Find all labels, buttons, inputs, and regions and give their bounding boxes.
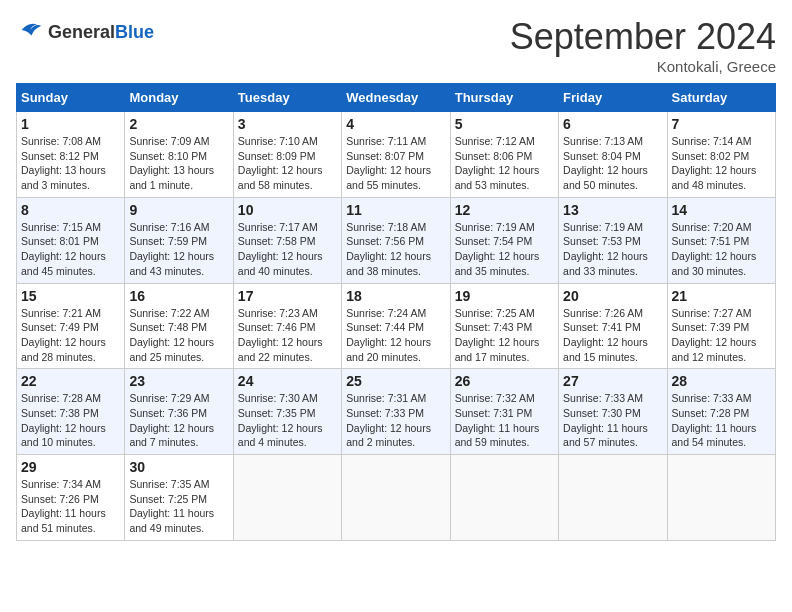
header-saturday: Saturday [667,84,775,112]
sunrise-text: Sunrise: 7:20 AM [672,220,771,235]
day-number: 16 [129,288,228,304]
calendar-cell: 30 Sunrise: 7:35 AM Sunset: 7:25 PM Dayl… [125,455,233,541]
day-number: 22 [21,373,120,389]
day-info: Sunrise: 7:13 AM Sunset: 8:04 PM Dayligh… [563,134,662,193]
sunrise-text: Sunrise: 7:23 AM [238,306,337,321]
daylight-text: Daylight: 12 hours and 38 minutes. [346,249,445,278]
sunset-text: Sunset: 8:01 PM [21,234,120,249]
day-info: Sunrise: 7:10 AM Sunset: 8:09 PM Dayligh… [238,134,337,193]
daylight-text: Daylight: 12 hours and 15 minutes. [563,335,662,364]
day-info: Sunrise: 7:28 AM Sunset: 7:38 PM Dayligh… [21,391,120,450]
day-number: 6 [563,116,662,132]
calendar-cell: 2 Sunrise: 7:09 AM Sunset: 8:10 PM Dayli… [125,112,233,198]
day-info: Sunrise: 7:27 AM Sunset: 7:39 PM Dayligh… [672,306,771,365]
sunrise-text: Sunrise: 7:19 AM [563,220,662,235]
day-info: Sunrise: 7:35 AM Sunset: 7:25 PM Dayligh… [129,477,228,536]
header-tuesday: Tuesday [233,84,341,112]
sunset-text: Sunset: 7:56 PM [346,234,445,249]
day-info: Sunrise: 7:12 AM Sunset: 8:06 PM Dayligh… [455,134,554,193]
sunset-text: Sunset: 8:10 PM [129,149,228,164]
day-info: Sunrise: 7:21 AM Sunset: 7:49 PM Dayligh… [21,306,120,365]
daylight-text: Daylight: 12 hours and 45 minutes. [21,249,120,278]
sunset-text: Sunset: 7:46 PM [238,320,337,335]
calendar-cell: 11 Sunrise: 7:18 AM Sunset: 7:56 PM Dayl… [342,197,450,283]
day-info: Sunrise: 7:32 AM Sunset: 7:31 PM Dayligh… [455,391,554,450]
daylight-text: Daylight: 12 hours and 58 minutes. [238,163,337,192]
day-info: Sunrise: 7:16 AM Sunset: 7:59 PM Dayligh… [129,220,228,279]
day-info: Sunrise: 7:29 AM Sunset: 7:36 PM Dayligh… [129,391,228,450]
day-number: 11 [346,202,445,218]
sunrise-text: Sunrise: 7:19 AM [455,220,554,235]
day-number: 5 [455,116,554,132]
day-number: 14 [672,202,771,218]
day-info: Sunrise: 7:26 AM Sunset: 7:41 PM Dayligh… [563,306,662,365]
day-info: Sunrise: 7:14 AM Sunset: 8:02 PM Dayligh… [672,134,771,193]
calendar-cell: 3 Sunrise: 7:10 AM Sunset: 8:09 PM Dayli… [233,112,341,198]
sunrise-text: Sunrise: 7:10 AM [238,134,337,149]
sunrise-text: Sunrise: 7:28 AM [21,391,120,406]
week-row-1: 1 Sunrise: 7:08 AM Sunset: 8:12 PM Dayli… [17,112,776,198]
day-info: Sunrise: 7:18 AM Sunset: 7:56 PM Dayligh… [346,220,445,279]
sunset-text: Sunset: 8:09 PM [238,149,337,164]
day-info: Sunrise: 7:22 AM Sunset: 7:48 PM Dayligh… [129,306,228,365]
sunrise-text: Sunrise: 7:30 AM [238,391,337,406]
sunrise-text: Sunrise: 7:11 AM [346,134,445,149]
day-info: Sunrise: 7:19 AM Sunset: 7:54 PM Dayligh… [455,220,554,279]
calendar-cell: 14 Sunrise: 7:20 AM Sunset: 7:51 PM Dayl… [667,197,775,283]
title-block: September 2024 Kontokali, Greece [510,16,776,75]
calendar-cell: 15 Sunrise: 7:21 AM Sunset: 7:49 PM Dayl… [17,283,125,369]
day-number: 4 [346,116,445,132]
daylight-text: Daylight: 12 hours and 10 minutes. [21,421,120,450]
sunset-text: Sunset: 7:39 PM [672,320,771,335]
sunset-text: Sunset: 7:30 PM [563,406,662,421]
daylight-text: Daylight: 12 hours and 53 minutes. [455,163,554,192]
daylight-text: Daylight: 12 hours and 35 minutes. [455,249,554,278]
calendar-cell: 12 Sunrise: 7:19 AM Sunset: 7:54 PM Dayl… [450,197,558,283]
daylight-text: Daylight: 12 hours and 22 minutes. [238,335,337,364]
sunrise-text: Sunrise: 7:09 AM [129,134,228,149]
sunset-text: Sunset: 7:35 PM [238,406,337,421]
day-number: 27 [563,373,662,389]
daylight-text: Daylight: 12 hours and 50 minutes. [563,163,662,192]
header-friday: Friday [559,84,667,112]
day-number: 8 [21,202,120,218]
sunset-text: Sunset: 7:41 PM [563,320,662,335]
week-row-4: 22 Sunrise: 7:28 AM Sunset: 7:38 PM Dayl… [17,369,776,455]
sunset-text: Sunset: 7:58 PM [238,234,337,249]
daylight-text: Daylight: 12 hours and 17 minutes. [455,335,554,364]
calendar-cell: 16 Sunrise: 7:22 AM Sunset: 7:48 PM Dayl… [125,283,233,369]
sunrise-text: Sunrise: 7:29 AM [129,391,228,406]
sunset-text: Sunset: 8:12 PM [21,149,120,164]
daylight-text: Daylight: 11 hours and 59 minutes. [455,421,554,450]
sunset-text: Sunset: 7:48 PM [129,320,228,335]
daylight-text: Daylight: 12 hours and 30 minutes. [672,249,771,278]
sunrise-text: Sunrise: 7:17 AM [238,220,337,235]
day-number: 26 [455,373,554,389]
week-row-2: 8 Sunrise: 7:15 AM Sunset: 8:01 PM Dayli… [17,197,776,283]
sunrise-text: Sunrise: 7:25 AM [455,306,554,321]
day-number: 19 [455,288,554,304]
sunrise-text: Sunrise: 7:27 AM [672,306,771,321]
logo: GeneralBlue [16,16,154,48]
sunrise-text: Sunrise: 7:08 AM [21,134,120,149]
calendar-cell: 28 Sunrise: 7:33 AM Sunset: 7:28 PM Dayl… [667,369,775,455]
sunset-text: Sunset: 7:26 PM [21,492,120,507]
sunrise-text: Sunrise: 7:33 AM [672,391,771,406]
calendar-cell: 9 Sunrise: 7:16 AM Sunset: 7:59 PM Dayli… [125,197,233,283]
daylight-text: Daylight: 12 hours and 7 minutes. [129,421,228,450]
header-monday: Monday [125,84,233,112]
day-number: 24 [238,373,337,389]
day-number: 23 [129,373,228,389]
day-info: Sunrise: 7:34 AM Sunset: 7:26 PM Dayligh… [21,477,120,536]
logo-text: GeneralBlue [48,22,154,43]
calendar-cell: 1 Sunrise: 7:08 AM Sunset: 8:12 PM Dayli… [17,112,125,198]
day-info: Sunrise: 7:23 AM Sunset: 7:46 PM Dayligh… [238,306,337,365]
calendar-cell: 25 Sunrise: 7:31 AM Sunset: 7:33 PM Dayl… [342,369,450,455]
sunset-text: Sunset: 7:38 PM [21,406,120,421]
logo-bird-icon [16,16,44,48]
calendar-cell [450,455,558,541]
daylight-text: Daylight: 12 hours and 48 minutes. [672,163,771,192]
calendar-cell: 10 Sunrise: 7:17 AM Sunset: 7:58 PM Dayl… [233,197,341,283]
sunset-text: Sunset: 7:53 PM [563,234,662,249]
sunrise-text: Sunrise: 7:32 AM [455,391,554,406]
